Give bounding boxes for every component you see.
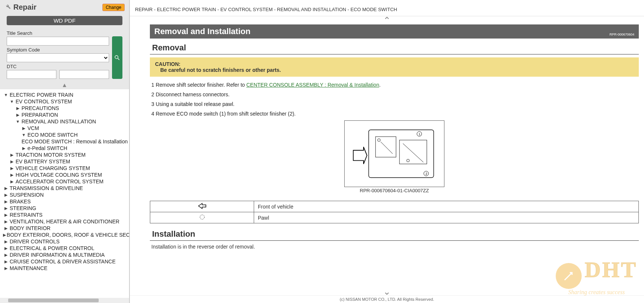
tree-item-label: VCM bbox=[27, 125, 39, 131]
legend-label: Front of vehicle bbox=[254, 201, 639, 212]
install-text: Installation is in the reverse order of … bbox=[151, 244, 639, 250]
tree-item[interactable]: ▶HIGH VOLTAGE COOLING SYSTEM bbox=[0, 172, 129, 178]
tree-item-label: BODY INTERIOR bbox=[9, 225, 50, 231]
chevron-right-icon: ▶ bbox=[3, 219, 9, 224]
change-button[interactable]: Change bbox=[102, 4, 125, 11]
tree-item[interactable]: ▶e-Pedal SWITCH bbox=[0, 145, 129, 152]
chevron-right-icon: ▶ bbox=[3, 206, 9, 211]
chevron-right-icon: ▶ bbox=[15, 113, 21, 117]
collapse-down-icon[interactable]: ⌃ bbox=[130, 287, 644, 295]
wd-pdf-button[interactable]: WD PDF bbox=[7, 16, 122, 25]
svg-point-9 bbox=[378, 139, 380, 141]
tree-item[interactable]: ▶VCM bbox=[0, 125, 129, 131]
section-ref: RPR-000670604 bbox=[610, 33, 634, 36]
caution-box: CAUTION: Be careful not to scratch finis… bbox=[150, 57, 639, 77]
chevron-right-icon: ▶ bbox=[3, 213, 9, 217]
chevron-right-icon: ▶ bbox=[3, 266, 9, 271]
caution-text: Be careful not to scratch finishers or o… bbox=[155, 67, 634, 73]
tree-item[interactable]: ▶EV BATTERY SYSTEM bbox=[0, 158, 129, 165]
sidebar: Repair Change WD PDF Title Search Sympto… bbox=[0, 0, 130, 303]
tree-item[interactable]: ▶TRANSMISSION & DRIVELINE bbox=[0, 185, 129, 192]
chevron-right-icon: ▶ bbox=[9, 159, 15, 164]
svg-rect-2 bbox=[400, 140, 427, 164]
chevron-down-icon: ▼ bbox=[3, 93, 9, 97]
procedure-step: 2 Disconnect harness connectors. bbox=[151, 91, 639, 97]
tree-item[interactable]: ▼ECO MODE SWITCH bbox=[0, 131, 129, 138]
chevron-right-icon: ▶ bbox=[9, 179, 15, 184]
tree-item[interactable]: ▶MAINTENANCE bbox=[0, 265, 129, 272]
svg-line-8 bbox=[403, 143, 423, 162]
tree-item-label: BODY EXTERIOR, DOORS, ROOF & VEHICLE SEC… bbox=[6, 232, 129, 238]
tree-item[interactable]: ▶BODY INTERIOR bbox=[0, 225, 129, 232]
legend-label: Pawl bbox=[254, 212, 639, 223]
tree-item[interactable]: ▶STEERING bbox=[0, 205, 129, 212]
chevron-right-icon: ▶ bbox=[21, 126, 27, 131]
legend-icon-pawl bbox=[150, 212, 254, 223]
reference-link[interactable]: CENTER CONSOLE ASSEMBLY : Removal & Inst… bbox=[246, 82, 379, 88]
svg-line-7 bbox=[381, 142, 392, 154]
tree-item[interactable]: ▶DRIVER CONTROLS bbox=[0, 238, 129, 245]
tree-item-label: DRIVER CONTROLS bbox=[9, 239, 60, 244]
tree-item[interactable]: ▶ACCELERATOR CONTROL SYSTEM bbox=[0, 178, 129, 185]
tree-item[interactable]: ▶VENTILATION, HEATER & AIR CONDITIONER bbox=[0, 218, 129, 225]
tree-item[interactable]: ▶SUSPENSION bbox=[0, 192, 129, 198]
wrench-icon bbox=[4, 3, 11, 11]
chevron-right-icon: ▶ bbox=[9, 166, 15, 171]
tree-item[interactable]: ▼REMOVAL AND INSTALLATION bbox=[0, 118, 129, 125]
search-icon bbox=[114, 54, 121, 61]
main-content: REPAIR - ELECTRIC POWER TRAIN - EV CONTR… bbox=[130, 0, 644, 303]
svg-point-11 bbox=[200, 215, 204, 219]
tree-item[interactable]: ▶DRIVER INFORMATION & MULTIMEDIA bbox=[0, 252, 129, 258]
tree-item[interactable]: ▶BRAKES bbox=[0, 198, 129, 205]
tree-item-label: ECO MODE SWITCH : Removal & Installation bbox=[21, 139, 128, 144]
chevron-right-icon: ▶ bbox=[15, 106, 21, 111]
tree-item[interactable]: ▶BODY EXTERIOR, DOORS, ROOF & VEHICLE SE… bbox=[0, 232, 129, 238]
sidebar-title: Repair bbox=[4, 3, 36, 11]
legend-icon-arrow bbox=[150, 201, 254, 212]
tree-scrollbar[interactable] bbox=[0, 298, 129, 303]
chevron-right-icon: ▶ bbox=[3, 233, 6, 237]
collapse-search-icon[interactable]: ▲ bbox=[0, 81, 129, 89]
title-search-input[interactable] bbox=[7, 37, 109, 46]
tree-item[interactable]: ▶RESTRAINTS bbox=[0, 212, 129, 218]
tree-item-label: VEHICLE CHARGING SYSTEM bbox=[15, 165, 90, 171]
section-title-bar: Removal and Installation RPR-000670604 bbox=[150, 24, 639, 39]
procedure-step: 4 Remove ECO mode switch (1) from shift … bbox=[151, 111, 639, 117]
svg-rect-0 bbox=[369, 130, 434, 177]
tree-item[interactable]: ECO MODE SWITCH : Removal & Installation bbox=[0, 138, 129, 145]
symptom-code-select[interactable] bbox=[7, 53, 109, 62]
chevron-right-icon: ▶ bbox=[3, 193, 9, 197]
tree-item[interactable]: ▶VEHICLE CHARGING SYSTEM bbox=[0, 165, 129, 172]
dtc-input-2[interactable] bbox=[59, 70, 109, 79]
chevron-right-icon: ▶ bbox=[3, 199, 9, 204]
tree-item-label: CRUISE CONTROL & DRIVER ASSISTANCE bbox=[9, 259, 116, 264]
search-button[interactable] bbox=[112, 36, 122, 79]
tree-item[interactable]: ▶PREPARATION bbox=[0, 111, 129, 118]
tree-item-label: REMOVAL AND INSTALLATION bbox=[21, 119, 96, 124]
install-heading: Installation bbox=[150, 227, 639, 241]
tree-item-label: PRECAUTIONS bbox=[21, 105, 59, 111]
tree-item-label: ACCELERATOR CONTROL SYSTEM bbox=[15, 179, 104, 184]
tree-item[interactable]: ▶TRACTION MOTOR SYSTEM bbox=[0, 152, 129, 158]
tree-item[interactable]: ▶ELECTRICAL & POWER CONTROL bbox=[0, 245, 129, 252]
chevron-down-icon: ▼ bbox=[21, 133, 27, 137]
chevron-right-icon: ▶ bbox=[9, 153, 15, 157]
tree-item-label: PREPARATION bbox=[21, 112, 58, 118]
tree-item[interactable]: ▼EV CONTROL SYSTEM bbox=[0, 98, 129, 105]
procedure-step: 1 Remove shift selector finisher. Refer … bbox=[151, 82, 639, 88]
tree-item-label: STEERING bbox=[9, 205, 36, 211]
symptom-code-label: Symptom Code bbox=[7, 47, 109, 53]
tree-item-label: ELECTRICAL & POWER CONTROL bbox=[9, 245, 94, 251]
tree-item[interactable]: ▼ELECTRIC POWER TRAIN bbox=[0, 91, 129, 98]
arrow-left-icon bbox=[198, 203, 207, 209]
collapse-up-icon[interactable]: ⌃ bbox=[130, 16, 644, 24]
title-search-label: Title Search bbox=[7, 30, 109, 36]
chevron-right-icon: ▶ bbox=[3, 226, 9, 231]
chevron-right-icon: ▶ bbox=[21, 146, 27, 151]
tree-item[interactable]: ▶PRECAUTIONS bbox=[0, 105, 129, 111]
tree-item-label: HIGH VOLTAGE COOLING SYSTEM bbox=[15, 172, 102, 178]
tree-item-label: DRIVER INFORMATION & MULTIMEDIA bbox=[9, 252, 105, 258]
dtc-input-1[interactable] bbox=[7, 70, 56, 79]
tree-item[interactable]: ▶CRUISE CONTROL & DRIVER ASSISTANCE bbox=[0, 258, 129, 265]
svg-text:1: 1 bbox=[418, 132, 420, 136]
